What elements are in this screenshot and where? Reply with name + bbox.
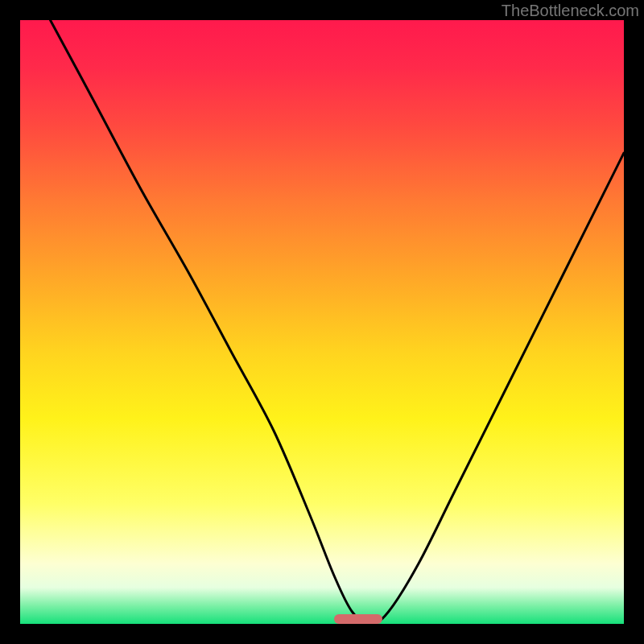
watermark-text: TheBottleneck.com [502,2,639,20]
plot-area [20,20,624,624]
chart-frame: TheBottleneck.com [0,0,644,644]
bottleneck-curve [20,20,624,624]
optimal-marker [334,614,382,624]
